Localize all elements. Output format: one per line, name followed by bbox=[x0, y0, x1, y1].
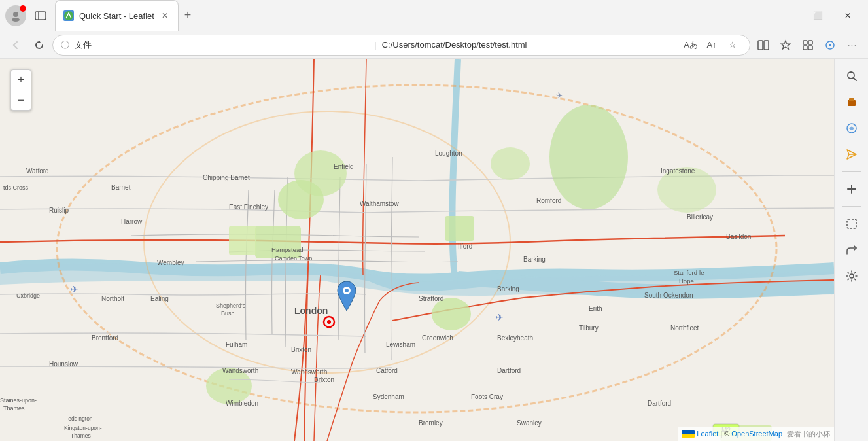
svg-text:Brixton: Brixton bbox=[291, 346, 311, 353]
address-actions: Aあ A↑ ☆ bbox=[682, 36, 742, 54]
zoom-in-button[interactable]: + bbox=[11, 70, 31, 90]
svg-text:Swanley: Swanley bbox=[517, 419, 542, 427]
svg-rect-29 bbox=[229, 226, 256, 255]
reading-view-button[interactable]: Aあ bbox=[682, 36, 700, 54]
osm-link[interactable]: OpenStreetMap bbox=[731, 430, 782, 438]
copilot-button[interactable] bbox=[840, 116, 863, 140]
svg-text:Tilbury: Tilbury bbox=[579, 325, 599, 332]
svg-text:Dartford: Dartford bbox=[497, 367, 521, 374]
svg-text:Wandsworth: Wandsworth bbox=[222, 367, 258, 374]
zoom-controls: + − bbox=[10, 69, 31, 111]
svg-text:Greenwich: Greenwich bbox=[422, 334, 453, 342]
svg-text:Teddington: Teddington bbox=[65, 415, 93, 422]
svg-text:✈: ✈ bbox=[556, 91, 563, 100]
svg-text:Stanford-le-: Stanford-le- bbox=[674, 269, 706, 276]
map-container[interactable]: M2 ✈ ✈ ✈ Watford Barnet Chipping Barnet … bbox=[0, 59, 834, 441]
tab-favicon bbox=[63, 10, 74, 21]
svg-point-104 bbox=[327, 320, 331, 324]
navbar: ⓘ 文件 | C:/Users/tomcat/Desktop/test/test… bbox=[0, 31, 868, 59]
screenshot-button[interactable] bbox=[840, 212, 863, 236]
svg-rect-28 bbox=[445, 216, 474, 241]
active-tab[interactable]: Quick Start - Leaflet ✕ bbox=[55, 0, 179, 31]
browser-extensions-button[interactable] bbox=[820, 35, 841, 56]
minimize-button[interactable]: – bbox=[773, 5, 803, 26]
reader-button[interactable]: A↑ bbox=[703, 36, 721, 54]
svg-text:Chipping Barnet: Chipping Barnet bbox=[203, 174, 250, 181]
content-area: M2 ✈ ✈ ✈ Watford Barnet Chipping Barnet … bbox=[0, 59, 834, 441]
add-panel-button[interactable] bbox=[840, 177, 863, 201]
svg-point-31 bbox=[432, 298, 471, 330]
svg-text:Thames: Thames bbox=[3, 405, 25, 412]
svg-text:Wembley: Wembley bbox=[157, 259, 184, 266]
new-tab-button[interactable]: + bbox=[179, 7, 197, 25]
favorites-button[interactable]: ☆ bbox=[723, 36, 742, 54]
svg-point-1 bbox=[12, 18, 20, 22]
favorites-bar-button[interactable] bbox=[775, 35, 796, 56]
file-label: 文件 bbox=[75, 39, 369, 51]
leaflet-link[interactable]: Leaflet bbox=[697, 430, 718, 438]
svg-point-34 bbox=[491, 147, 530, 180]
search-sidebar-button[interactable] bbox=[840, 64, 863, 88]
tab-title: Quick Start - Leaflet bbox=[79, 11, 154, 21]
svg-text:Brentford: Brentford bbox=[92, 334, 118, 342]
svg-text:Romford: Romford bbox=[536, 197, 561, 204]
svg-text:Lewisham: Lewisham bbox=[386, 341, 415, 348]
svg-rect-26 bbox=[255, 226, 301, 258]
svg-text:London: London bbox=[294, 306, 328, 316]
svg-text:Walthamstow: Walthamstow bbox=[360, 200, 399, 207]
panel-separator-2 bbox=[842, 206, 861, 207]
svg-rect-21 bbox=[847, 219, 856, 228]
svg-text:Ingatestone: Ingatestone bbox=[661, 168, 695, 175]
svg-text:Stratford: Stratford bbox=[419, 295, 443, 302]
svg-rect-5 bbox=[758, 41, 763, 50]
share-button[interactable] bbox=[840, 238, 863, 262]
svg-text:Billericay: Billericay bbox=[687, 213, 713, 220]
svg-line-14 bbox=[854, 78, 856, 80]
map-background: M2 ✈ ✈ ✈ Watford Barnet Chipping Barnet … bbox=[0, 59, 834, 441]
ukraine-flag bbox=[682, 430, 695, 438]
tab-close-button[interactable]: ✕ bbox=[160, 10, 170, 21]
svg-point-12 bbox=[829, 44, 831, 46]
svg-rect-23 bbox=[0, 59, 834, 441]
svg-text:Barnet: Barnet bbox=[111, 184, 131, 191]
notification-dot bbox=[20, 5, 26, 12]
svg-text:Hope: Hope bbox=[679, 277, 694, 285]
map-marker bbox=[337, 281, 356, 313]
svg-text:Kingston-upon-: Kingston-upon- bbox=[64, 425, 102, 431]
reload-button[interactable] bbox=[29, 35, 50, 56]
profile-button[interactable] bbox=[5, 5, 26, 26]
tab-bar: Quick Start - Leaflet ✕ + bbox=[55, 0, 767, 31]
more-button[interactable]: ··· bbox=[842, 35, 863, 56]
svg-text:✈: ✈ bbox=[496, 312, 504, 323]
watermark: 爱看书的小杯 bbox=[787, 429, 830, 439]
split-screen-button[interactable] bbox=[753, 35, 774, 56]
svg-text:Thames: Thames bbox=[71, 432, 91, 439]
svg-text:Fulham: Fulham bbox=[226, 341, 247, 348]
svg-rect-9 bbox=[803, 46, 807, 50]
svg-text:East Finchley: East Finchley bbox=[229, 203, 268, 211]
svg-text:Uxbridge: Uxbridge bbox=[16, 292, 40, 299]
close-button[interactable]: ✕ bbox=[833, 5, 863, 26]
tools-button[interactable] bbox=[840, 90, 863, 114]
send-button[interactable] bbox=[840, 143, 863, 166]
svg-text:Wandsworth: Wandsworth bbox=[291, 368, 327, 376]
collections-button[interactable] bbox=[797, 35, 818, 56]
navbar-right: ··· bbox=[753, 35, 863, 56]
svg-text:Ruislip: Ruislip bbox=[49, 207, 69, 214]
svg-text:Shepherd's: Shepherd's bbox=[216, 302, 246, 309]
window-controls-left bbox=[5, 5, 50, 26]
svg-text:Ealing: Ealing bbox=[150, 295, 169, 302]
address-bar[interactable]: ⓘ 文件 | C:/Users/tomcat/Desktop/test/test… bbox=[52, 35, 750, 56]
svg-text:Northfleet: Northfleet bbox=[670, 325, 699, 332]
settings-button[interactable] bbox=[840, 264, 863, 288]
titlebar: Quick Start - Leaflet ✕ + – ⬜ ✕ bbox=[0, 0, 868, 31]
svg-text:Hampstead: Hampstead bbox=[271, 246, 304, 253]
svg-text:Camden Town: Camden Town bbox=[275, 255, 312, 262]
back-button[interactable] bbox=[5, 35, 26, 56]
zoom-out-button[interactable]: − bbox=[11, 90, 31, 110]
maximize-button[interactable]: ⬜ bbox=[803, 5, 833, 26]
svg-text:Bush: Bush bbox=[221, 310, 235, 317]
sidebar-toggle-button[interactable] bbox=[31, 7, 50, 25]
svg-text:Wimbledon: Wimbledon bbox=[226, 400, 258, 407]
svg-text:Ilford: Ilford bbox=[458, 243, 472, 250]
